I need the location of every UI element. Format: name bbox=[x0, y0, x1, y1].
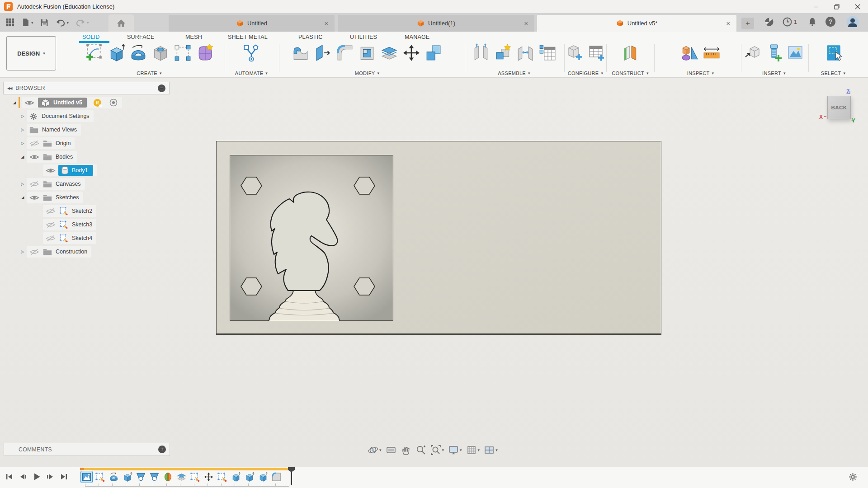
joint-origin-button[interactable] bbox=[471, 43, 491, 63]
comments-panel[interactable]: COMMENTS + bbox=[4, 443, 170, 456]
expand-icon[interactable]: ▷ bbox=[19, 127, 27, 132]
expand-icon[interactable]: ▷ bbox=[19, 141, 27, 145]
step-back-button[interactable] bbox=[17, 472, 29, 482]
new-tab-button[interactable]: + bbox=[741, 18, 754, 29]
ribbon-tab-sheet-metal[interactable]: SHEET METAL bbox=[228, 34, 268, 40]
view-cube[interactable]: BACK Z X Y bbox=[821, 89, 866, 132]
app-launcher-button[interactable] bbox=[4, 16, 17, 28]
collapse-browser-icon[interactable]: ◀◀ bbox=[7, 86, 12, 90]
timeline-feature-extrude[interactable] bbox=[122, 471, 133, 483]
file-menu-button[interactable]: ▾ bbox=[19, 16, 35, 28]
fit-button[interactable]: ▾ bbox=[429, 444, 446, 456]
tree-row-sketches[interactable]: ◢ Sketches bbox=[3, 191, 170, 204]
split-body-button[interactable] bbox=[379, 43, 399, 63]
extrude-button[interactable] bbox=[106, 43, 126, 63]
timeline-feature-sketch[interactable] bbox=[189, 471, 201, 483]
select-dropdown[interactable]: SELECT▾ bbox=[821, 70, 845, 76]
tree-row-construction[interactable]: ▷ Construction bbox=[3, 245, 170, 258]
play-button[interactable] bbox=[31, 472, 42, 482]
revolve-button[interactable] bbox=[128, 43, 148, 63]
insert-canvas-button[interactable] bbox=[786, 43, 805, 62]
expand-icon[interactable]: ▷ bbox=[19, 114, 27, 118]
workspace-selector[interactable]: DESIGN ▾ bbox=[6, 36, 56, 70]
timeline-feature-sketch[interactable] bbox=[217, 471, 228, 483]
press-pull-button[interactable] bbox=[291, 43, 311, 63]
move-copy-button[interactable] bbox=[401, 43, 421, 63]
job-status-button[interactable]: 1 bbox=[782, 17, 797, 27]
measure-button[interactable] bbox=[679, 43, 699, 63]
visibility-off-eye-icon[interactable] bbox=[29, 249, 39, 255]
inspect-dropdown[interactable]: INSPECT▾ bbox=[687, 70, 714, 76]
tree-row-root[interactable]: ◢ Untitled v5 R bbox=[3, 96, 170, 109]
visibility-eye-icon[interactable] bbox=[29, 154, 39, 160]
timeline-feature-loft[interactable] bbox=[135, 471, 146, 483]
insert-dropdown[interactable]: INSERT▾ bbox=[762, 70, 786, 76]
restore-button[interactable] bbox=[826, 0, 847, 13]
step-forward-button[interactable] bbox=[44, 472, 56, 482]
automate-dropdown[interactable]: AUTOMATE▾ bbox=[235, 70, 268, 76]
timeline-feature-split-body[interactable] bbox=[176, 471, 187, 483]
model-engraved-panel[interactable] bbox=[230, 155, 393, 321]
ribbon-tab-solid[interactable]: SOLID bbox=[82, 34, 100, 40]
visibility-off-eye-icon[interactable] bbox=[46, 235, 56, 242]
tree-row-body1[interactable]: Body1 bbox=[3, 164, 170, 177]
select-button[interactable] bbox=[823, 43, 843, 63]
configuration-button[interactable] bbox=[566, 43, 585, 62]
close-tab-icon[interactable]: × bbox=[726, 19, 730, 27]
hole-button[interactable] bbox=[151, 43, 170, 63]
ribbon-tab-manage[interactable]: MANAGE bbox=[405, 34, 429, 40]
expand-icon[interactable]: ◢ bbox=[19, 195, 27, 200]
pan-button[interactable] bbox=[399, 444, 413, 456]
timeline-feature-fillet[interactable] bbox=[271, 471, 282, 483]
tree-row-origin[interactable]: ▷ Origin bbox=[3, 136, 170, 150]
offset-face-button[interactable] bbox=[313, 43, 333, 63]
ribbon-tab-surface[interactable]: SURFACE bbox=[127, 34, 154, 40]
minimize-button[interactable] bbox=[806, 0, 826, 13]
insert-fastener-button[interactable] bbox=[764, 43, 783, 62]
timeline-feature-canvas[interactable] bbox=[81, 471, 92, 483]
timeline-feature-revolve[interactable] bbox=[108, 471, 119, 483]
selected-body-chip[interactable]: Body1 bbox=[58, 165, 93, 176]
visibility-eye-icon[interactable] bbox=[29, 194, 39, 201]
timeline-feature-move[interactable] bbox=[203, 471, 214, 483]
expand-icon[interactable]: ▷ bbox=[19, 249, 27, 254]
ribbon-tab-utilities[interactable]: UTILITIES bbox=[350, 34, 377, 40]
ground-target-icon[interactable] bbox=[109, 98, 118, 107]
construct-plane-button[interactable] bbox=[620, 43, 640, 63]
tree-row-bodies[interactable]: ◢ Bodies bbox=[3, 150, 170, 164]
joint-button[interactable] bbox=[515, 43, 535, 63]
shell-button[interactable] bbox=[357, 43, 377, 63]
tree-row-document-settings[interactable]: ▷ Document Settings bbox=[3, 109, 170, 123]
create-form-button[interactable] bbox=[195, 43, 215, 63]
tree-row-canvases[interactable]: ▷ Canvases bbox=[3, 177, 170, 191]
look-at-button[interactable] bbox=[384, 444, 398, 456]
root-document-chip[interactable]: Untitled v5 bbox=[38, 98, 87, 108]
tree-row-named-views[interactable]: ▷ Named Views bbox=[3, 123, 170, 136]
close-tab-icon[interactable]: × bbox=[324, 19, 328, 27]
tree-row-sketch2[interactable]: Sketch2 bbox=[3, 204, 170, 218]
browser-minimize-button[interactable]: − bbox=[158, 84, 165, 92]
configure-dropdown[interactable]: CONFIGURE▾ bbox=[568, 70, 604, 76]
ribbon-tab-plastic[interactable]: PLASTIC bbox=[298, 34, 323, 40]
bom-button[interactable] bbox=[538, 43, 557, 63]
document-tab-untitled1[interactable]: Untitled(1) × bbox=[338, 15, 534, 32]
redo-button[interactable]: ▾ bbox=[73, 17, 91, 28]
tree-row-sketch3[interactable]: Sketch3 bbox=[3, 218, 170, 231]
create-dropdown[interactable]: CREATE▾ bbox=[137, 70, 161, 76]
expand-icon[interactable]: ◢ bbox=[10, 100, 19, 105]
user-avatar[interactable] bbox=[846, 16, 859, 28]
fillet-button[interactable] bbox=[335, 43, 355, 63]
timeline-feature-extrude[interactable] bbox=[257, 471, 269, 483]
ribbon-tab-mesh[interactable]: MESH bbox=[185, 34, 202, 40]
extensions-button[interactable] bbox=[764, 17, 774, 27]
timeline-feature-sketch[interactable] bbox=[94, 471, 106, 483]
timeline-feature-extrude[interactable] bbox=[244, 471, 255, 483]
insert-derive-button[interactable] bbox=[743, 43, 762, 62]
visibility-off-eye-icon[interactable] bbox=[29, 140, 39, 147]
configuration-table-button[interactable] bbox=[587, 43, 606, 62]
automate-button[interactable] bbox=[241, 43, 261, 63]
assemble-dropdown[interactable]: ASSEMBLE▾ bbox=[498, 70, 530, 76]
playhead-handle[interactable] bbox=[288, 467, 295, 472]
timeline-playhead[interactable] bbox=[288, 467, 295, 485]
close-window-button[interactable] bbox=[847, 0, 868, 13]
